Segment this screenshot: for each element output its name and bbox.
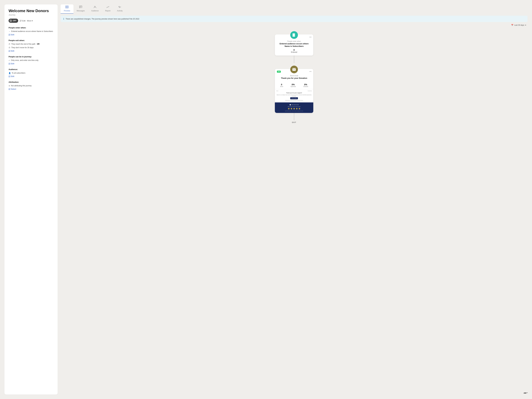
tab-preview[interactable]: Preview [61, 4, 73, 14]
edit-icon-exit [9, 50, 10, 52]
section-audience: Audience: 👤 To all subscribers Edit [9, 68, 53, 77]
people-exit-text2: They don't move for 30 days [11, 46, 33, 49]
or-label: OR [37, 43, 39, 45]
people-can-be-edit-link[interactable]: Edit [9, 63, 53, 65]
right-panel: Preview Messages [61, 4, 528, 395]
survey-dot-2 [291, 104, 293, 105]
x-icon: ✕ [9, 84, 10, 87]
attribution-item: ✕ Not attributing this journey [9, 84, 53, 87]
toggle-label: OFF [13, 20, 16, 22]
journey-flow: ▯ ••• People enter when Entered audience… [275, 27, 313, 124]
survey-dots [276, 104, 312, 105]
email-preview-unsubscribe: Subscribed by mistake? Manage yourself C… [276, 100, 312, 101]
survey-footer: NonProfit Example 1 Donor Street Farming… [276, 111, 312, 111]
email-preview-header-row: Home Donate Now [276, 90, 312, 92]
email-label-small: Send email [278, 75, 311, 76]
journey-title: Welcome New Donors [9, 9, 53, 13]
people-can-be-text: Only once, and enter one time only [11, 59, 38, 62]
tab-audience[interactable]: Audience [88, 4, 102, 14]
people-exit-edit-link[interactable]: Edit [9, 50, 53, 52]
entry-label-main: Entered audience occurs where Name is Su… [278, 43, 311, 48]
people-can-be-item: ✓ Only once, and enter one time only [9, 59, 53, 62]
survey-question: What did you think of this email? [276, 106, 312, 107]
section-people-exit: People exit when: ⏱ They reach the end o… [9, 39, 53, 52]
edit-icon-attribution [9, 88, 10, 90]
email-preview: Home Donate Now Thank you for your suppo… [275, 89, 313, 113]
entry-node: ▯ ••• People enter when Entered audience… [275, 34, 313, 56]
face-2[interactable]: 😕 [291, 108, 292, 110]
tab-report[interactable]: Report [102, 4, 114, 14]
tab-audience-label: Audience [91, 10, 99, 12]
edit-icon-can-be [9, 63, 10, 65]
email-node-more[interactable]: ••• [309, 70, 311, 73]
preview-home-link: Home [276, 90, 278, 92]
stat-clicked: 0% Clicked [303, 83, 308, 87]
email-node-header: ON ••• Send email Thank you for your Don… [275, 69, 313, 82]
audience-title: Audience: [9, 68, 53, 70]
stat-sent: 0 Sent [280, 83, 283, 87]
email-node: ON ••• Send email Thank you for your Don… [275, 69, 313, 113]
email-preview-cta: Visit our website [290, 97, 298, 99]
face-5[interactable]: 😊 [298, 108, 300, 110]
section-people-enter: People enter when: → Entered audience oc… [9, 27, 53, 36]
email-node-icon-wrap [290, 66, 298, 73]
stat-sent-num: 0 [280, 83, 283, 86]
entry-stat-num: 0 [293, 49, 295, 51]
audience-item: 👤 To all subscribers [9, 72, 53, 75]
entry-node-more[interactable]: ••• [309, 36, 311, 38]
svg-point-9 [67, 7, 67, 7]
entry-stat-label: Entered [291, 51, 297, 53]
chevron-down-icon: ▾ [32, 20, 33, 22]
more-button[interactable]: More ▾ [27, 20, 33, 22]
people-exit-text1: They reach the end of the path [11, 43, 35, 45]
edit-button[interactable]: Edit [20, 20, 25, 22]
clock-icon: ⏱ [9, 43, 10, 45]
entry-stat: 0 Entered [278, 49, 311, 53]
toolbar: → OFF Edit More ▾ [9, 19, 53, 23]
tab-messages-label: Messages [77, 10, 85, 12]
entry-label-small: People enter when [278, 40, 311, 42]
attribution-select-link[interactable]: Select [9, 88, 53, 90]
email-preview-body: Welcome to our mailing list. Each month … [276, 94, 312, 97]
people-exit-title: People exit when: [9, 39, 53, 42]
more-label: More [27, 20, 31, 22]
people-enter-text: Entered audience occurs where Name is Su… [11, 30, 53, 33]
people-can-be-title: People can be in journey: [9, 56, 53, 58]
survey-block: What did you think of this email? 😞 😕 😐 … [275, 102, 313, 113]
tab-activity-label: Activity [117, 10, 122, 12]
people-enter-edit-link[interactable]: Edit [9, 34, 53, 36]
face-4[interactable]: 🙂 [296, 108, 298, 110]
date-filter-label: Last 30 days [514, 24, 524, 26]
arrow-icon: → [9, 19, 12, 22]
face-3[interactable]: 😐 [293, 108, 295, 110]
people-enter-title: People enter when: [9, 27, 53, 29]
audience-text: To all subscribers [12, 72, 25, 74]
info-banner-text: There are unpublished changes. The journ… [66, 18, 139, 20]
connector-2 [294, 113, 294, 120]
activity-icon [118, 6, 121, 9]
check-icon: ✓ [9, 59, 10, 62]
stat-opened-label: Opened [291, 86, 296, 87]
connector-1 [294, 56, 294, 63]
stat-clicked-num: 0% [303, 83, 308, 86]
email-stats: 0 Sent 0% Opened 0% Clicked [275, 82, 313, 89]
svg-rect-10 [79, 6, 82, 8]
date-filter-button[interactable]: 📅 Last 30 days ▾ [511, 24, 526, 26]
audience-edit-link[interactable]: Edit [9, 75, 53, 77]
tab-messages[interactable]: Messages [73, 4, 88, 14]
messages-icon [79, 6, 82, 9]
edit-icon-audience [9, 76, 10, 77]
face-1[interactable]: 😞 [288, 108, 290, 110]
ortto-logo: ortto™ [524, 391, 528, 396]
tab-preview-label: Preview [64, 10, 70, 12]
toggle-off-button[interactable]: → OFF [9, 19, 18, 23]
entry-node-icon-wrap: ▯ [290, 31, 298, 39]
stat-sent-label: Sent [280, 86, 283, 87]
tab-activity[interactable]: Activity [114, 4, 126, 14]
survey-dot-5 [297, 104, 298, 105]
section-attribution: Attribution: ✕ Not attributing this jour… [9, 81, 53, 90]
attribution-text: Not attributing this journey [11, 84, 32, 87]
stat-clicked-label: Clicked [303, 86, 308, 87]
calendar-icon: 📅 [511, 24, 513, 26]
canvas-area: 📅 Last 30 days ▾ [61, 24, 528, 395]
